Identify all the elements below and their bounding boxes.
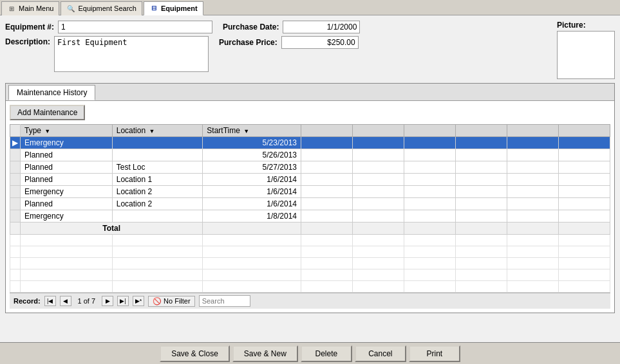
purchase-price-group: Purchase Price:	[219, 36, 359, 49]
cell-empty	[353, 174, 404, 186]
cell-empty	[559, 161, 610, 174]
empty-cell	[404, 281, 456, 293]
empty-cell	[112, 269, 203, 281]
cell-empty	[507, 210, 559, 223]
cell-empty	[353, 210, 404, 223]
nav-prev-button[interactable]: ◀	[60, 296, 71, 306]
maintenance-content: Add Maintenance Type ▼ Location	[6, 101, 614, 313]
empty-cell	[301, 281, 353, 293]
row-selector	[10, 198, 21, 210]
tab-main-menu-label: Main Menu	[19, 5, 53, 12]
empty-cell	[456, 258, 507, 269]
table-empty-row	[10, 269, 610, 281]
tab-main-menu[interactable]: ⊞ Main Menu	[1, 1, 59, 15]
col-header-type[interactable]: Type ▼	[21, 125, 113, 137]
total-empty	[404, 223, 456, 235]
search-input[interactable]	[199, 295, 250, 307]
total-empty	[559, 223, 610, 235]
purchase-date-input[interactable]	[283, 21, 360, 33]
nav-last-button[interactable]: ▶|	[117, 296, 129, 306]
empty-cell	[456, 235, 507, 246]
cell-empty	[301, 161, 353, 174]
cell-empty	[404, 174, 456, 186]
col-header-starttime[interactable]: StartTime ▼	[203, 125, 301, 137]
delete-button[interactable]: Delete	[301, 345, 352, 362]
nav-new-button[interactable]: ▶*	[133, 296, 144, 306]
empty-cell	[507, 246, 559, 258]
col-header-extra6	[559, 125, 610, 137]
cell-empty	[559, 186, 610, 198]
add-maintenance-button[interactable]: Add Maintenance	[10, 105, 85, 120]
picture-label: Picture:	[557, 21, 586, 30]
cell-empty	[456, 174, 507, 186]
empty-cell	[10, 281, 21, 293]
maintenance-table: Type ▼ Location ▼ StartTime ▼	[10, 124, 610, 293]
picture-box	[557, 31, 615, 79]
total-label: Total	[21, 223, 203, 235]
empty-cell	[559, 269, 610, 281]
nav-next-button[interactable]: ▶	[102, 296, 113, 306]
type-sort-arrow: ▼	[44, 128, 50, 134]
cell-type: Emergency	[21, 137, 113, 149]
tab-equipment-search[interactable]: 🔍 Equipment Search	[61, 1, 142, 15]
description-input[interactable]: First Equipment	[54, 36, 209, 72]
empty-cell	[203, 281, 301, 293]
col-header-extra2	[353, 125, 404, 137]
col-header-extra1	[301, 125, 353, 137]
table-row[interactable]: Planned5/26/2013	[10, 149, 610, 161]
empty-cell	[404, 258, 456, 269]
col-header-location[interactable]: Location ▼	[112, 125, 203, 137]
empty-cell	[10, 246, 21, 258]
nav-first-button[interactable]: |◀	[44, 296, 56, 306]
save-new-button[interactable]: Save & New	[232, 345, 298, 362]
empty-cell	[10, 235, 21, 246]
description-group: Description: First Equipment	[5, 36, 209, 72]
cell-empty	[353, 149, 404, 161]
tab-equipment[interactable]: ⊟ Equipment	[144, 1, 203, 15]
table-empty-row	[10, 235, 610, 246]
table-row[interactable]: EmergencyLocation 21/6/2014	[10, 186, 610, 198]
no-filter-button[interactable]: 🚫 No Filter	[148, 296, 195, 307]
print-button[interactable]: Print	[409, 345, 460, 362]
total-empty	[456, 223, 507, 235]
record-label: Record:	[14, 297, 41, 305]
table-row[interactable]: PlannedTest Loc5/27/2013	[10, 161, 610, 174]
empty-cell	[456, 281, 507, 293]
equipment-num-input[interactable]	[58, 21, 212, 33]
table-row[interactable]: ▶Emergency5/23/2013	[10, 137, 610, 149]
maintenance-tab-label[interactable]: Maintenance History	[8, 85, 95, 100]
empty-cell	[507, 235, 559, 246]
table-row[interactable]: Emergency1/8/2014	[10, 210, 610, 223]
tab-equipment-search-label: Equipment Search	[78, 5, 136, 12]
cell-empty	[507, 174, 559, 186]
tab-bar: ⊞ Main Menu 🔍 Equipment Search ⊟ Equipme…	[0, 0, 620, 15]
cancel-button[interactable]: Cancel	[355, 345, 406, 362]
table-total-row: Total	[10, 223, 610, 235]
cell-empty	[404, 149, 456, 161]
empty-cell	[21, 269, 113, 281]
col-header-extra5	[507, 125, 559, 137]
empty-cell	[21, 258, 113, 269]
purchase-price-input[interactable]	[281, 36, 359, 49]
save-close-button[interactable]: Save & Close	[160, 345, 230, 362]
table-row[interactable]: PlannedLocation 21/6/2014	[10, 198, 610, 210]
purchase-price-label: Purchase Price:	[219, 38, 277, 47]
cell-empty	[559, 174, 610, 186]
empty-cell	[112, 281, 203, 293]
row-selector	[10, 149, 21, 161]
empty-cell	[353, 258, 404, 269]
location-sort-arrow: ▼	[149, 128, 155, 134]
cell-empty	[559, 198, 610, 210]
cell-empty	[456, 149, 507, 161]
cell-empty	[507, 149, 559, 161]
table-row[interactable]: PlannedLocation 11/6/2014	[10, 174, 610, 186]
empty-cell	[353, 235, 404, 246]
cell-starttime: 1/6/2014	[203, 174, 301, 186]
empty-cell	[559, 281, 610, 293]
cell-type: Emergency	[21, 186, 113, 198]
main-content: Equipment #: Purchase Date: Description:…	[0, 15, 620, 342]
cell-empty	[301, 149, 353, 161]
empty-cell	[112, 258, 203, 269]
empty-cell	[112, 246, 203, 258]
total-value	[203, 223, 301, 235]
